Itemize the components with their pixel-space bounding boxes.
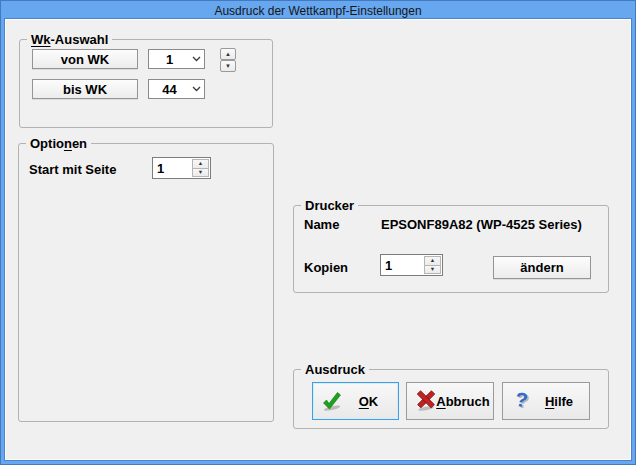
kopien-spinner: ▲ ▼ xyxy=(424,256,441,274)
cross-icon xyxy=(415,390,437,412)
arrow-up-icon: ▲ xyxy=(430,258,435,264)
chevron-down-icon[interactable] xyxy=(188,86,204,92)
arrow-down-icon: ▼ xyxy=(198,170,203,176)
von-wk-combobox[interactable]: 1 xyxy=(148,49,205,69)
wk-updown-control: ▲ ▼ xyxy=(220,48,236,72)
question-icon: ? ? xyxy=(511,390,533,412)
spin-down-button[interactable]: ▼ xyxy=(425,266,440,274)
kopien-spinedit[interactable]: ▲ ▼ xyxy=(380,254,443,276)
ok-button-label: OK xyxy=(343,383,394,419)
hilfe-button-label: Hilfe xyxy=(533,383,585,419)
group-drucker-caption: Drucker xyxy=(301,197,358,214)
dialog-window: Ausdruck der Wettkampf-Einstellungen Wk-… xyxy=(0,0,636,465)
kopien-label: Kopien xyxy=(304,260,348,275)
window-title: Ausdruck der Wettkampf-Einstellungen xyxy=(214,4,421,18)
spin-up-button[interactable]: ▲ xyxy=(193,160,208,169)
check-icon xyxy=(321,390,343,412)
abbruch-button[interactable]: Abbruch xyxy=(406,382,494,420)
ok-button[interactable]: OK xyxy=(312,382,399,420)
group-ausdruck-caption: Ausdruck xyxy=(301,361,369,378)
bis-wk-combobox[interactable]: 44 xyxy=(148,79,205,99)
bis-wk-combobox-value: 44 xyxy=(149,82,188,97)
aendern-button[interactable]: ändern xyxy=(493,256,591,279)
start-page-spinner: ▲ ▼ xyxy=(192,159,209,177)
chevron-down-icon[interactable] xyxy=(188,56,204,62)
printer-name-label: Name xyxy=(304,217,339,232)
group-optionen: Optionen xyxy=(18,143,274,422)
group-wk-auswahl-caption: Wk-Auswahl xyxy=(27,31,112,48)
arrow-down-button[interactable]: ▼ xyxy=(220,60,236,72)
arrow-up-button[interactable]: ▲ xyxy=(220,48,236,60)
von-wk-button[interactable]: von WK xyxy=(32,49,138,69)
start-page-input[interactable] xyxy=(153,158,192,178)
hilfe-button[interactable]: ? ? Hilfe xyxy=(502,382,590,420)
spin-down-button[interactable]: ▼ xyxy=(193,169,208,177)
start-mit-seite-label: Start mit Seite xyxy=(29,162,116,177)
bis-wk-button[interactable]: bis WK xyxy=(32,79,138,99)
arrow-down-icon: ▼ xyxy=(430,267,435,273)
group-optionen-caption: Optionen xyxy=(26,135,91,152)
arrow-up-icon: ▲ xyxy=(225,51,231,57)
von-wk-combobox-value: 1 xyxy=(149,52,188,67)
start-page-spinedit[interactable]: ▲ ▼ xyxy=(152,157,211,179)
kopien-input[interactable] xyxy=(381,255,424,275)
spin-up-button[interactable]: ▲ xyxy=(425,257,440,266)
printer-name-value: EPSONF89A82 (WP-4525 Series) xyxy=(381,217,582,232)
abbruch-button-label: Abbruch xyxy=(437,383,489,419)
arrow-up-icon: ▲ xyxy=(198,161,203,167)
titlebar[interactable]: Ausdruck der Wettkampf-Einstellungen xyxy=(1,1,635,20)
arrow-down-icon: ▼ xyxy=(225,63,231,69)
